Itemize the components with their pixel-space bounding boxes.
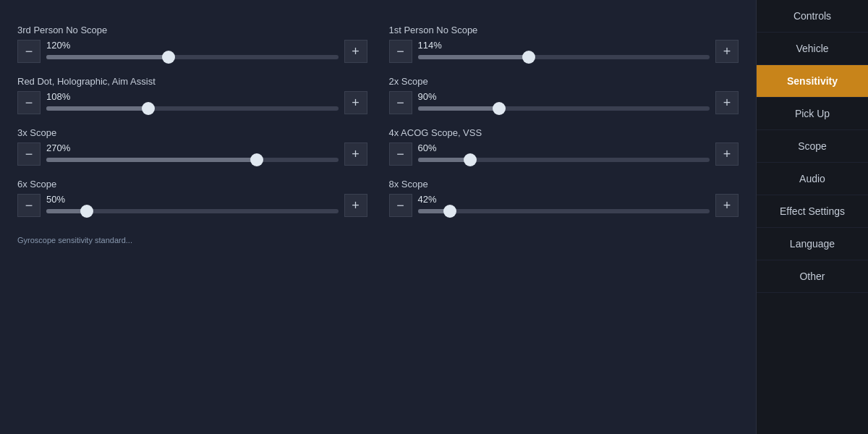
slider-group-4: 3x Scope − 270% + [17, 127, 367, 166]
slider-container-3: 90% [418, 91, 710, 114]
slider-label-0: 3rd Person No Scope [17, 25, 367, 35]
slider-fill-0 [46, 55, 169, 59]
slider-thumb-5[interactable] [464, 153, 477, 166]
slider-thumb-7[interactable] [443, 205, 456, 218]
sliders-grid: 3rd Person No Scope − 120% + 1st Person … [17, 25, 739, 230]
slider-label-3: 2x Scope [389, 76, 739, 87]
slider-group-5: 4x ACOG Scope, VSS − 60% + [389, 127, 739, 166]
slider-track-4[interactable] [46, 158, 339, 162]
slider-minus-btn-3[interactable]: − [389, 91, 412, 114]
slider-value-6: 50% [46, 194, 65, 205]
sidebar-item-vehicle[interactable]: Vehicle [757, 33, 868, 65]
slider-group-7: 8x Scope − 42% + [389, 179, 739, 217]
slider-value-5: 60% [418, 142, 437, 153]
slider-minus-btn-6[interactable]: − [17, 194, 41, 217]
slider-group-2: Red Dot, Holographic, Aim Assist − 108% … [17, 76, 367, 114]
slider-minus-btn-5[interactable]: − [389, 142, 412, 166]
slider-row-3: − 90% + [389, 91, 739, 114]
slider-track-7[interactable] [418, 209, 710, 213]
slider-thumb-6[interactable] [80, 205, 93, 218]
slider-label-6: 6x Scope [17, 179, 367, 190]
slider-row-7: − 42% + [389, 194, 739, 217]
slider-label-2: Red Dot, Holographic, Aim Assist [17, 76, 367, 87]
slider-value-7: 42% [418, 194, 437, 205]
slider-value-2: 108% [46, 91, 70, 102]
slider-container-5: 60% [418, 142, 710, 166]
slider-track-6[interactable] [46, 209, 339, 213]
slider-value-4: 270% [46, 142, 70, 153]
slider-track-2[interactable] [46, 106, 339, 111]
slider-label-7: 8x Scope [389, 179, 739, 190]
slider-thumb-1[interactable] [522, 51, 535, 64]
slider-container-7: 42% [418, 194, 710, 217]
slider-row-5: − 60% + [389, 142, 739, 166]
slider-plus-btn-1[interactable]: + [715, 40, 739, 63]
slider-value-3: 90% [418, 91, 437, 102]
sidebar-item-controls[interactable]: Controls [757, 0, 868, 33]
slider-thumb-2[interactable] [142, 102, 155, 115]
sidebar: ControlsVehicleSensitivityPick UpScopeAu… [756, 0, 868, 434]
slider-thumb-4[interactable] [250, 153, 263, 166]
slider-container-1: 114% [418, 40, 710, 63]
slider-plus-btn-2[interactable]: + [344, 91, 367, 114]
slider-group-0: 3rd Person No Scope − 120% + [17, 25, 367, 63]
slider-minus-btn-4[interactable]: − [17, 142, 41, 166]
slider-track-3[interactable] [418, 106, 710, 111]
slider-label-5: 4x ACOG Scope, VSS [389, 127, 739, 138]
slider-row-1: − 114% + [389, 40, 739, 63]
slider-row-6: − 50% + [17, 194, 367, 217]
slider-container-4: 270% [46, 142, 339, 166]
slider-container-2: 108% [46, 91, 339, 114]
slider-plus-btn-4[interactable]: + [344, 142, 367, 166]
slider-plus-btn-6[interactable]: + [344, 194, 367, 217]
slider-minus-btn-0[interactable]: − [17, 40, 41, 63]
slider-minus-btn-2[interactable]: − [17, 91, 41, 114]
sidebar-item-effect-settings[interactable]: Effect Settings [757, 195, 868, 228]
sidebar-item-language[interactable]: Language [757, 228, 868, 260]
slider-container-6: 50% [46, 194, 339, 217]
slider-value-0: 120% [46, 40, 70, 51]
slider-plus-btn-0[interactable]: + [344, 40, 367, 63]
sidebar-item-pick-up[interactable]: Pick Up [757, 98, 868, 130]
slider-label-1: 1st Person No Scope [389, 25, 739, 35]
sidebar-item-other[interactable]: Other [757, 260, 868, 293]
slider-fill-1 [418, 55, 529, 59]
slider-row-0: − 120% + [17, 40, 367, 63]
slider-track-5[interactable] [418, 158, 710, 162]
slider-row-2: − 108% + [17, 91, 367, 114]
main-content: 3rd Person No Scope − 120% + 1st Person … [0, 0, 756, 434]
slider-plus-btn-7[interactable]: + [715, 194, 739, 217]
slider-group-1: 1st Person No Scope − 114% + [389, 25, 739, 63]
slider-fill-4 [46, 158, 257, 162]
slider-track-0[interactable] [46, 55, 339, 59]
sidebar-item-sensitivity[interactable]: Sensitivity [757, 65, 868, 98]
slider-fill-3 [418, 106, 500, 111]
slider-container-0: 120% [46, 40, 339, 63]
slider-plus-btn-3[interactable]: + [715, 91, 739, 114]
slider-label-4: 3x Scope [17, 127, 367, 138]
slider-minus-btn-7[interactable]: − [389, 194, 412, 217]
slider-group-3: 2x Scope − 90% + [389, 76, 739, 114]
slider-minus-btn-1[interactable]: − [389, 40, 412, 63]
sidebar-item-scope[interactable]: Scope [757, 130, 868, 163]
slider-track-1[interactable] [418, 55, 710, 59]
slider-fill-5 [418, 158, 471, 162]
slider-fill-2 [46, 106, 148, 111]
slider-thumb-3[interactable] [493, 102, 506, 115]
slider-row-4: − 270% + [17, 142, 367, 166]
slider-plus-btn-5[interactable]: + [715, 142, 739, 166]
slider-thumb-0[interactable] [162, 51, 175, 64]
footer-hint: Gyroscope sensitivity standard... [17, 236, 739, 244]
sidebar-item-audio[interactable]: Audio [757, 163, 868, 195]
slider-group-6: 6x Scope − 50% + [17, 179, 367, 217]
slider-value-1: 114% [418, 40, 442, 51]
